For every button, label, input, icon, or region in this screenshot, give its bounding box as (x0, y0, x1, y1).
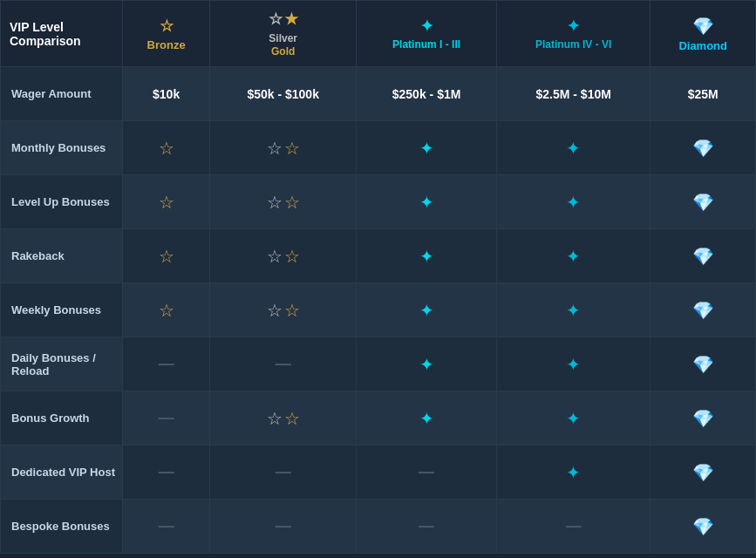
cell-1-4: 💎 (650, 121, 756, 175)
dash-icon: — (566, 517, 582, 534)
cell-2-2: ✦ (357, 175, 497, 229)
gold-icon: ☆ (284, 408, 300, 429)
bronze-star-icon: ☆ (159, 247, 174, 266)
cell-8-0: — (123, 500, 210, 554)
dash-icon: — (159, 517, 174, 534)
dash-icon: — (159, 463, 174, 480)
silver-icon: ☆ (267, 246, 283, 267)
silvergold-stars: ☆☆ (215, 246, 351, 267)
col-header-diamond: 💎 Diamond (650, 1, 756, 67)
cell-0-2: $250k - $1M (357, 67, 497, 121)
silver-star-icon: ☆ (269, 10, 283, 29)
diamond-icon: 💎 (692, 193, 714, 212)
row-label: Daily Bonuses / Reload (1, 337, 123, 391)
bronze-label: Bronze (147, 38, 186, 51)
table-title: VIP Level Comparison (10, 20, 81, 48)
cell-1-2: ✦ (357, 121, 497, 175)
cell-6-0: — (123, 391, 210, 446)
cell-4-4: 💎 (650, 283, 756, 337)
cell-3-3: ✦ (497, 229, 650, 283)
bronze-star-icon: ☆ (160, 17, 174, 36)
cell-3-0: ☆ (123, 229, 210, 283)
row-label: Rakeback (1, 229, 123, 283)
platinum2-star-icon: ✦ (566, 193, 581, 212)
table-row: Bonus Growth—☆☆✦✦💎 (1, 391, 756, 446)
cell-6-2: ✦ (357, 391, 497, 446)
cell-3-2: ✦ (357, 229, 497, 283)
diamond-icon: 💎 (692, 355, 714, 374)
diamond-icon: 💎 (692, 517, 714, 536)
platinum-star-icon: ✦ (419, 139, 434, 158)
platinum-star-icon: ✦ (419, 193, 434, 212)
row-label: Weekly Bonuses (1, 283, 123, 337)
gold-icon: ☆ (284, 246, 300, 267)
dash-icon: — (159, 355, 174, 372)
cell-4-3: ✦ (497, 283, 650, 337)
cell-6-1: ☆☆ (210, 391, 357, 446)
row-label: Bespoke Bonuses (1, 500, 123, 554)
silvergold-stars: ☆☆ (215, 408, 351, 429)
table-row: Wager Amount$10k$50k - $100k$250k - $1M$… (1, 67, 756, 121)
silver-icon: ☆ (267, 138, 283, 159)
cell-0-0: $10k (123, 67, 210, 121)
cell-5-1: — (210, 337, 357, 391)
dash-icon: — (419, 463, 434, 480)
cell-8-1: — (210, 500, 357, 554)
gold-label: Gold (271, 45, 295, 58)
dash-icon: — (276, 355, 291, 372)
table-row: Dedicated VIP Host———✦💎 (1, 446, 756, 500)
table-title-header: VIP Level Comparison (1, 1, 123, 67)
col-header-silver-gold: ☆ ★ Silver Gold (210, 1, 357, 67)
gold-star-icon: ★ (284, 10, 298, 29)
cell-2-1: ☆☆ (210, 175, 357, 229)
cell-1-3: ✦ (497, 121, 650, 175)
cell-5-3: ✦ (497, 337, 650, 391)
col-header-bronze: ☆ Bronze (123, 1, 210, 67)
dash-icon: — (419, 517, 434, 534)
cell-7-3: ✦ (497, 446, 650, 500)
platinum2-star-icon: ✦ (566, 355, 581, 374)
bronze-star-icon: ☆ (159, 193, 174, 212)
platinum2-star-icon: ✦ (566, 247, 581, 266)
silvergold-stars: ☆☆ (215, 192, 351, 213)
col-header-platinum-1-3: ✦ Platinum I - III (357, 1, 497, 67)
cell-6-3: ✦ (497, 391, 650, 446)
row-label: Wager Amount (1, 67, 123, 121)
platinum1-star-icon: ✦ (420, 17, 433, 36)
table-row: Daily Bonuses / Reload——✦✦💎 (1, 337, 756, 391)
cell-8-3: — (497, 500, 650, 554)
row-label: Level Up Bonuses (1, 175, 123, 229)
cell-4-1: ☆☆ (210, 283, 357, 337)
cell-3-4: 💎 (650, 229, 756, 283)
silvergold-stars: ☆☆ (215, 300, 351, 321)
diamond-icon: 💎 (692, 463, 714, 482)
platinum1-label: Platinum I - III (392, 38, 460, 51)
platinum4-star-icon: ✦ (567, 17, 580, 36)
bronze-star-icon: ☆ (159, 301, 174, 320)
cell-5-4: 💎 (650, 337, 756, 391)
gold-icon: ☆ (284, 300, 300, 321)
cell-6-4: 💎 (650, 391, 756, 446)
platinum-star-icon: ✦ (419, 247, 434, 266)
silvergold-stars: ☆☆ (215, 138, 351, 159)
platinum-star-icon: ✦ (419, 301, 434, 320)
platinum2-star-icon: ✦ (566, 139, 581, 158)
cell-4-0: ☆ (123, 283, 210, 337)
cell-1-1: ☆☆ (210, 121, 357, 175)
silver-icon: ☆ (267, 300, 283, 321)
dash-icon: — (159, 409, 174, 426)
cell-0-3: $2.5M - $10M (497, 67, 650, 121)
cell-5-0: — (123, 337, 210, 391)
diamond-gem-icon: 💎 (692, 16, 714, 37)
row-label: Monthly Bonuses (1, 121, 123, 175)
gold-icon: ☆ (284, 138, 300, 159)
cell-1-0: ☆ (123, 121, 210, 175)
cell-2-4: 💎 (650, 175, 756, 229)
cell-8-4: 💎 (650, 500, 756, 554)
cell-4-2: ✦ (357, 283, 497, 337)
dash-icon: — (276, 463, 291, 480)
cell-0-4: $25M (650, 67, 756, 121)
platinum-star-icon: ✦ (419, 355, 434, 374)
cell-7-4: 💎 (650, 446, 756, 500)
platinum-star-icon: ✦ (419, 409, 434, 428)
